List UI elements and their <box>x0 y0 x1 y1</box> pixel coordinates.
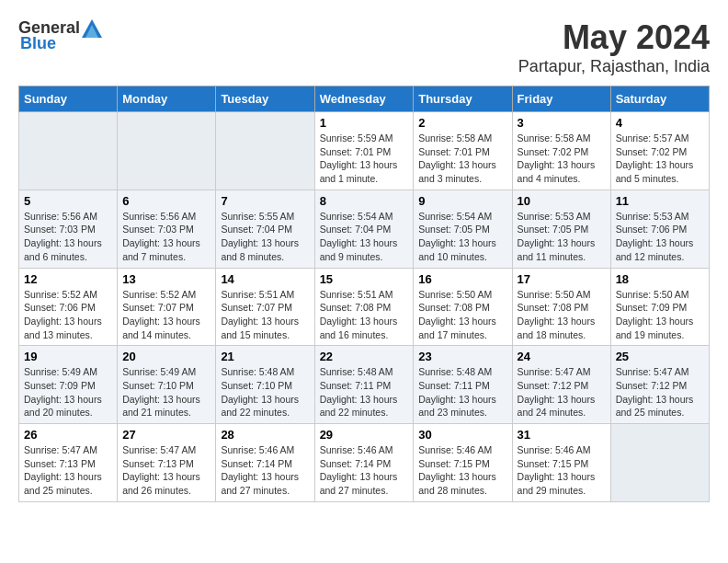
logo-blue-text: Blue <box>20 34 56 53</box>
day-number: 16 <box>418 272 506 286</box>
day-number: 7 <box>221 194 309 208</box>
day-number: 2 <box>418 116 506 130</box>
day-number: 23 <box>418 350 506 363</box>
day-number: 30 <box>418 428 506 442</box>
day-number: 26 <box>24 428 112 442</box>
calendar-table: SundayMondayTuesdayWednesdayThursdayFrid… <box>18 86 710 502</box>
week-row-1: 1Sunrise: 5:59 AM Sunset: 7:01 PM Daylig… <box>19 112 710 190</box>
week-row-4: 19Sunrise: 5:49 AM Sunset: 7:09 PM Dayli… <box>19 346 710 424</box>
week-row-2: 5Sunrise: 5:56 AM Sunset: 7:03 PM Daylig… <box>19 190 710 268</box>
day-info: Sunrise: 5:50 AM Sunset: 7:08 PM Dayligh… <box>518 288 606 342</box>
calendar-cell: 12Sunrise: 5:52 AM Sunset: 7:06 PM Dayli… <box>19 268 118 346</box>
day-number: 3 <box>518 116 606 130</box>
day-info: Sunrise: 5:46 AM Sunset: 7:14 PM Dayligh… <box>221 443 309 498</box>
calendar-cell: 30Sunrise: 5:46 AM Sunset: 7:15 PM Dayli… <box>414 424 512 502</box>
day-info: Sunrise: 5:53 AM Sunset: 7:06 PM Dayligh… <box>616 210 704 264</box>
calendar-cell: 28Sunrise: 5:46 AM Sunset: 7:14 PM Dayli… <box>216 424 314 502</box>
day-info: Sunrise: 5:58 AM Sunset: 7:01 PM Dayligh… <box>418 132 506 186</box>
logo-icon <box>82 19 102 38</box>
day-info: Sunrise: 5:49 AM Sunset: 7:09 PM Dayligh… <box>24 365 112 419</box>
week-row-3: 12Sunrise: 5:52 AM Sunset: 7:06 PM Dayli… <box>19 268 710 346</box>
week-row-5: 26Sunrise: 5:47 AM Sunset: 7:13 PM Dayli… <box>19 424 710 502</box>
calendar-cell: 9Sunrise: 5:54 AM Sunset: 7:05 PM Daylig… <box>414 190 512 268</box>
calendar-cell: 21Sunrise: 5:48 AM Sunset: 7:10 PM Dayli… <box>216 346 314 424</box>
calendar-cell: 31Sunrise: 5:46 AM Sunset: 7:15 PM Dayli… <box>512 424 610 502</box>
day-number: 8 <box>320 194 409 208</box>
day-number: 5 <box>24 194 112 208</box>
day-number: 14 <box>221 272 309 286</box>
subtitle: Partapur, Rajasthan, India <box>518 57 710 76</box>
calendar-cell: 8Sunrise: 5:54 AM Sunset: 7:04 PM Daylig… <box>314 190 414 268</box>
logo: General Blue <box>18 18 102 53</box>
calendar-cell: 4Sunrise: 5:57 AM Sunset: 7:02 PM Daylig… <box>610 112 709 190</box>
day-number: 27 <box>122 428 210 442</box>
day-info: Sunrise: 5:52 AM Sunset: 7:07 PM Dayligh… <box>122 288 210 342</box>
day-number: 19 <box>24 350 112 363</box>
day-header-monday: Monday <box>118 86 216 112</box>
day-info: Sunrise: 5:56 AM Sunset: 7:03 PM Dayligh… <box>122 210 210 264</box>
day-number: 10 <box>518 194 606 208</box>
calendar-cell: 11Sunrise: 5:53 AM Sunset: 7:06 PM Dayli… <box>610 190 709 268</box>
day-info: Sunrise: 5:54 AM Sunset: 7:05 PM Dayligh… <box>418 210 506 264</box>
day-header-saturday: Saturday <box>610 86 709 112</box>
calendar-cell: 10Sunrise: 5:53 AM Sunset: 7:05 PM Dayli… <box>512 190 610 268</box>
day-info: Sunrise: 5:46 AM Sunset: 7:15 PM Dayligh… <box>418 443 506 498</box>
day-info: Sunrise: 5:59 AM Sunset: 7:01 PM Dayligh… <box>320 132 409 186</box>
day-number: 25 <box>616 350 704 363</box>
day-number: 4 <box>616 116 704 130</box>
day-number: 18 <box>616 272 704 286</box>
day-number: 6 <box>122 194 210 208</box>
calendar-cell: 19Sunrise: 5:49 AM Sunset: 7:09 PM Dayli… <box>19 346 118 424</box>
day-info: Sunrise: 5:56 AM Sunset: 7:03 PM Dayligh… <box>24 210 112 264</box>
calendar-cell <box>19 112 118 190</box>
calendar-cell: 13Sunrise: 5:52 AM Sunset: 7:07 PM Dayli… <box>118 268 216 346</box>
day-info: Sunrise: 5:47 AM Sunset: 7:13 PM Dayligh… <box>24 443 112 498</box>
day-number: 13 <box>122 272 210 286</box>
calendar-cell: 25Sunrise: 5:47 AM Sunset: 7:12 PM Dayli… <box>610 346 709 424</box>
day-info: Sunrise: 5:47 AM Sunset: 7:13 PM Dayligh… <box>122 443 210 498</box>
day-number: 24 <box>518 350 606 363</box>
calendar-cell <box>118 112 216 190</box>
calendar-cell: 14Sunrise: 5:51 AM Sunset: 7:07 PM Dayli… <box>216 268 314 346</box>
calendar-cell: 2Sunrise: 5:58 AM Sunset: 7:01 PM Daylig… <box>414 112 512 190</box>
day-number: 11 <box>616 194 704 208</box>
day-info: Sunrise: 5:57 AM Sunset: 7:02 PM Dayligh… <box>616 132 704 186</box>
day-info: Sunrise: 5:48 AM Sunset: 7:11 PM Dayligh… <box>418 365 506 419</box>
day-header-sunday: Sunday <box>19 86 118 112</box>
header: General Blue May 2024 Partapur, Rajastha… <box>18 18 710 76</box>
calendar-cell: 23Sunrise: 5:48 AM Sunset: 7:11 PM Dayli… <box>414 346 512 424</box>
calendar-cell: 29Sunrise: 5:46 AM Sunset: 7:14 PM Dayli… <box>314 424 414 502</box>
calendar-cell: 26Sunrise: 5:47 AM Sunset: 7:13 PM Dayli… <box>19 424 118 502</box>
calendar-cell: 5Sunrise: 5:56 AM Sunset: 7:03 PM Daylig… <box>19 190 118 268</box>
day-number: 20 <box>122 350 210 363</box>
day-info: Sunrise: 5:48 AM Sunset: 7:11 PM Dayligh… <box>320 365 409 419</box>
day-number: 22 <box>320 350 409 363</box>
day-number: 12 <box>24 272 112 286</box>
day-number: 17 <box>518 272 606 286</box>
day-number: 21 <box>221 350 309 363</box>
day-info: Sunrise: 5:46 AM Sunset: 7:14 PM Dayligh… <box>320 443 409 498</box>
calendar-cell: 20Sunrise: 5:49 AM Sunset: 7:10 PM Dayli… <box>118 346 216 424</box>
calendar-cell: 7Sunrise: 5:55 AM Sunset: 7:04 PM Daylig… <box>216 190 314 268</box>
day-info: Sunrise: 5:53 AM Sunset: 7:05 PM Dayligh… <box>518 210 606 264</box>
day-header-friday: Friday <box>512 86 610 112</box>
day-number: 9 <box>418 194 506 208</box>
calendar-cell: 27Sunrise: 5:47 AM Sunset: 7:13 PM Dayli… <box>118 424 216 502</box>
calendar-cell <box>216 112 314 190</box>
calendar-cell: 3Sunrise: 5:58 AM Sunset: 7:02 PM Daylig… <box>512 112 610 190</box>
day-number: 31 <box>518 428 606 442</box>
day-info: Sunrise: 5:50 AM Sunset: 7:09 PM Dayligh… <box>616 288 704 342</box>
day-info: Sunrise: 5:55 AM Sunset: 7:04 PM Dayligh… <box>221 210 309 264</box>
day-info: Sunrise: 5:50 AM Sunset: 7:08 PM Dayligh… <box>418 288 506 342</box>
calendar-cell: 24Sunrise: 5:47 AM Sunset: 7:12 PM Dayli… <box>512 346 610 424</box>
day-number: 15 <box>320 272 409 286</box>
day-info: Sunrise: 5:49 AM Sunset: 7:10 PM Dayligh… <box>122 365 210 419</box>
day-info: Sunrise: 5:51 AM Sunset: 7:07 PM Dayligh… <box>221 288 309 342</box>
calendar-cell <box>610 424 709 502</box>
calendar-cell: 22Sunrise: 5:48 AM Sunset: 7:11 PM Dayli… <box>314 346 414 424</box>
title-area: May 2024 Partapur, Rajasthan, India <box>518 18 710 76</box>
calendar-cell: 16Sunrise: 5:50 AM Sunset: 7:08 PM Dayli… <box>414 268 512 346</box>
day-header-wednesday: Wednesday <box>314 86 414 112</box>
calendar-cell: 15Sunrise: 5:51 AM Sunset: 7:08 PM Dayli… <box>314 268 414 346</box>
calendar-cell: 6Sunrise: 5:56 AM Sunset: 7:03 PM Daylig… <box>118 190 216 268</box>
